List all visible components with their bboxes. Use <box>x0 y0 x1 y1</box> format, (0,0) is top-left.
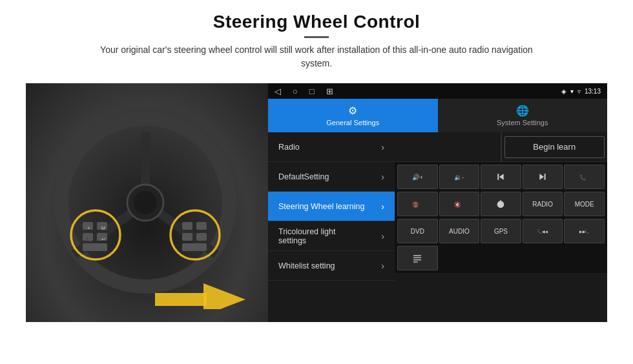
chevron-whitelist: › <box>381 261 384 271</box>
signal-icon: ▾ <box>570 88 574 95</box>
svg-rect-20 <box>196 233 207 241</box>
title-section: Steering Wheel Control Your original car… <box>84 12 549 70</box>
menu-radio-label: Radio <box>278 143 300 152</box>
svg-marker-22 <box>203 283 245 309</box>
btn-audio-label: AUDIO <box>449 228 470 235</box>
tab-bar: ⚙ General Settings 🌐 System Settings <box>268 99 607 132</box>
svg-rect-41 <box>413 259 421 260</box>
android-content: Radio › DefaultSetting › Steering Wheel … <box>268 132 607 322</box>
tab-general-settings[interactable]: ⚙ General Settings <box>268 99 438 132</box>
tab-system-settings[interactable]: 🌐 System Settings <box>438 99 608 132</box>
svg-rect-18 <box>196 222 207 230</box>
svg-marker-26 <box>499 174 504 179</box>
btn-mute[interactable]: 🔇 <box>439 192 480 216</box>
tab-system-label: System Settings <box>497 119 548 126</box>
location-icon: ◈ <box>561 88 566 95</box>
svg-text:📵: 📵 <box>412 201 419 208</box>
svg-text:◀◀: ◀◀ <box>542 230 548 234</box>
btn-vol-up[interactable]: 🔊+ <box>397 165 438 189</box>
btn-prev-track[interactable] <box>481 165 521 189</box>
nav-icons: ◁ ○ □ ⊞ <box>275 86 333 96</box>
steering-wheel-svg: + M 📞 ↩ <box>45 96 245 309</box>
android-panel: ◁ ○ □ ⊞ ◈ ▾ ▿ 13:13 ⚙ General Settings <box>268 83 607 322</box>
btn-dvd-label: DVD <box>411 228 424 235</box>
btn-mode-label: MODE <box>575 201 594 208</box>
svg-rect-21 <box>182 243 207 251</box>
menu-whitelist-label: Whitelist setting <box>278 261 335 270</box>
btn-gps[interactable]: GPS <box>481 219 521 243</box>
button-grid-row3: DVD AUDIO GPS 📞◀◀ ▶▶📞 <box>395 219 607 246</box>
subtitle: Your original car's steering wheel contr… <box>84 43 549 70</box>
menu-steering-label: Steering Wheel learning <box>278 202 364 211</box>
svg-rect-40 <box>413 258 421 258</box>
svg-rect-29 <box>545 174 546 179</box>
general-settings-icon: ⚙ <box>348 105 357 117</box>
menu-item-whitelist[interactable]: Whitelist setting › <box>268 251 395 281</box>
content-area: + M 📞 ↩ ◁ <box>26 83 607 322</box>
menu-item-default[interactable]: DefaultSetting › <box>268 162 395 192</box>
controls-column: Begin learn 🔊+ 🔉- <box>395 132 607 322</box>
menu-tricoloured-label: Tricoloured lightsettings <box>278 227 335 245</box>
btn-dvd[interactable]: DVD <box>397 219 438 243</box>
chevron-tricoloured: › <box>381 231 384 241</box>
svg-text:🔊+: 🔊+ <box>412 174 422 181</box>
btn-phone-end[interactable]: 📵 <box>397 192 438 216</box>
svg-rect-27 <box>498 174 499 179</box>
btn-radio-label: RADIO <box>532 201 553 208</box>
btn-phone-answer[interactable]: 📞 <box>564 165 605 189</box>
system-settings-icon: 🌐 <box>516 105 529 117</box>
svg-text:+: + <box>87 225 90 231</box>
svg-text:↩: ↩ <box>101 237 105 241</box>
tab-general-label: General Settings <box>326 119 379 126</box>
top-controls: Begin learn <box>395 132 607 162</box>
wifi-icon: ▿ <box>577 88 581 95</box>
button-grid-row1: 🔊+ 🔉- 📞 <box>395 162 607 192</box>
svg-rect-17 <box>182 222 192 230</box>
svg-rect-42 <box>413 261 418 262</box>
btn-power[interactable] <box>481 192 521 216</box>
svg-text:M: M <box>101 226 105 230</box>
btn-next-track[interactable] <box>523 165 563 189</box>
svg-rect-23 <box>155 293 207 306</box>
svg-rect-11 <box>83 243 107 251</box>
btn-list[interactable] <box>397 246 438 270</box>
chevron-steering: › <box>381 201 384 212</box>
svg-rect-19 <box>182 233 192 241</box>
svg-text:📞: 📞 <box>579 174 586 181</box>
svg-text:📞: 📞 <box>87 236 92 242</box>
empty-indicator-box <box>395 132 501 161</box>
chevron-default: › <box>381 172 384 182</box>
menu-item-steering[interactable]: Steering Wheel learning › <box>268 192 395 221</box>
svg-rect-39 <box>413 255 421 256</box>
btn-vol-down[interactable]: 🔉- <box>439 165 480 189</box>
btn-next-phone[interactable]: ▶▶📞 <box>564 219 605 243</box>
nav-home-icon[interactable]: ○ <box>293 86 298 96</box>
svg-point-5 <box>134 191 157 214</box>
nav-back-icon[interactable]: ◁ <box>275 86 281 96</box>
status-bar: ◁ ○ □ ⊞ ◈ ▾ ▿ 13:13 <box>268 83 607 99</box>
page-title: Steering Wheel Control <box>84 12 549 32</box>
menu-column: Radio › DefaultSetting › Steering Wheel … <box>268 132 395 322</box>
button-grid-row2: 📵 🔇 RADIO MODE <box>395 192 607 219</box>
svg-text:🔇: 🔇 <box>454 201 461 208</box>
menu-item-tricoloured[interactable]: Tricoloured lightsettings › <box>268 221 395 251</box>
begin-learn-button[interactable]: Begin learn <box>504 136 605 158</box>
nav-square-icon[interactable]: □ <box>309 86 315 96</box>
btn-audio[interactable]: AUDIO <box>439 219 480 243</box>
svg-text:📞: 📞 <box>585 229 590 234</box>
steering-wheel-image: + M 📞 ↩ <box>26 83 268 322</box>
btn-radio[interactable]: RADIO <box>523 192 563 216</box>
button-grid-row4 <box>395 246 607 273</box>
status-icons: ◈ ▾ ▿ 13:13 <box>561 88 601 95</box>
nav-grid-icon[interactable]: ⊞ <box>326 86 333 96</box>
clock: 13:13 <box>585 88 601 95</box>
svg-marker-28 <box>539 174 544 179</box>
menu-item-radio[interactable]: Radio › <box>268 132 395 162</box>
title-divider <box>304 36 329 38</box>
menu-default-label: DefaultSetting <box>278 172 329 181</box>
btn-phone-prev[interactable]: 📞◀◀ <box>523 219 563 243</box>
svg-text:🔉-: 🔉- <box>454 174 464 181</box>
chevron-radio: › <box>381 142 384 152</box>
btn-mode[interactable]: MODE <box>564 192 605 216</box>
btn-gps-label: GPS <box>494 228 508 235</box>
